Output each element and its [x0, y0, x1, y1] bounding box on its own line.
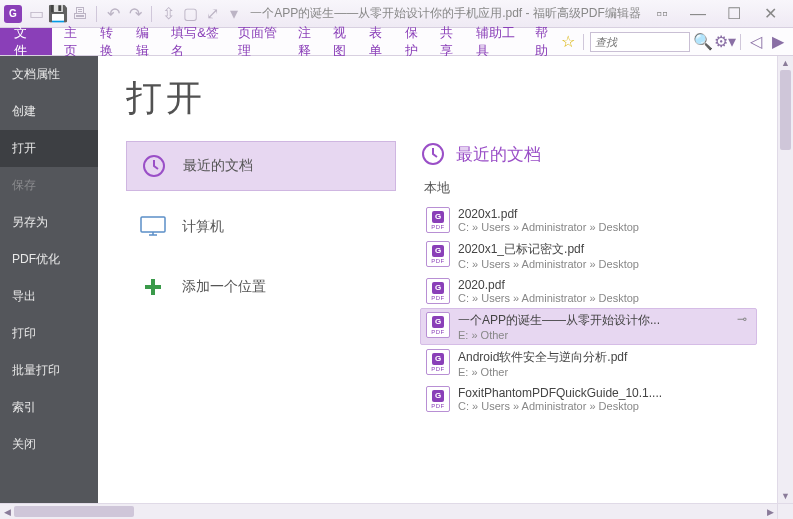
bookmark-icon[interactable]: ☆	[559, 33, 577, 51]
ribbon-toggle-icon[interactable]: ▫▫	[649, 5, 675, 23]
ribbon-tab[interactable]: 填写&签名	[171, 24, 226, 60]
recent-file-row[interactable]: GPDF 2020x1.pdf C: » Users » Administrat…	[420, 203, 757, 237]
scroll-icon[interactable]: ⇳	[160, 6, 176, 22]
file-name: 2020.pdf	[458, 278, 751, 292]
file-path: C: » Users » Administrator » Desktop	[458, 400, 751, 412]
search-input[interactable]	[595, 36, 685, 48]
recent-file-row[interactable]: GPDF FoxitPhantomPDFQuickGuide_10.1.... …	[420, 382, 757, 416]
recent-file-row[interactable]: GPDF 2020.pdf C: » Users » Administrator…	[420, 274, 757, 308]
zoom-icon[interactable]: ⤢	[204, 6, 220, 22]
undo-icon[interactable]: ↶	[105, 6, 121, 22]
pdf-icon: GPDF	[426, 312, 450, 338]
minimize-button[interactable]: —	[685, 5, 711, 23]
ribbon-tabs: 主页转换编辑填写&签名页面管理注释视图表单保护共享辅助工具帮助	[52, 28, 559, 55]
ribbon-tab[interactable]: 注释	[298, 24, 322, 60]
main-panel: 打开 最近的文档 计算机	[98, 56, 777, 503]
file-path: C: » Users » Administrator » Desktop	[458, 292, 751, 304]
file-name: 2020x1.pdf	[458, 207, 751, 221]
search-box[interactable]	[590, 32, 690, 52]
ribbon-tab[interactable]: 主页	[64, 24, 88, 60]
svg-rect-1	[141, 217, 165, 232]
file-path: E: » Other	[458, 329, 725, 341]
pdf-icon: GPDF	[426, 207, 450, 233]
sidebar-item[interactable]: 批量打印	[0, 352, 98, 389]
recent-file-row[interactable]: GPDF 一个APP的诞生——从零开始设计你... E: » Other ⊸	[420, 308, 757, 345]
scroll-left-icon[interactable]: ◀	[0, 504, 14, 519]
next-icon[interactable]: ▶	[769, 33, 787, 51]
source-add-place[interactable]: 添加一个位置	[126, 263, 396, 311]
recent-file-row[interactable]: GPDF 2020x1_已标记密文.pdf C: » Users » Admin…	[420, 237, 757, 274]
pdf-icon: GPDF	[426, 349, 450, 375]
ribbon-right: ☆ 🔍 ⚙▾ ◁ ▶	[559, 28, 793, 55]
ribbon-tab[interactable]: 视图	[333, 24, 357, 60]
local-subheading: 本地	[424, 179, 757, 197]
window-controls: ▫▫ — ☐ ✕	[649, 5, 789, 23]
ribbon-tab[interactable]: 编辑	[136, 24, 160, 60]
file-path: E: » Other	[458, 366, 751, 378]
redo-icon[interactable]: ↷	[127, 6, 143, 22]
app-icon: G	[4, 5, 22, 23]
scroll-thumb[interactable]	[14, 506, 134, 517]
prev-icon[interactable]: ◁	[747, 33, 765, 51]
recent-heading-label: 最近的文档	[456, 143, 541, 166]
gear-icon[interactable]: ⚙▾	[716, 33, 734, 51]
open-icon[interactable]: ▭	[28, 6, 44, 22]
file-meta: 2020.pdf C: » Users » Administrator » De…	[458, 278, 751, 304]
plus-icon	[138, 273, 168, 301]
sidebar-item[interactable]: 保存	[0, 167, 98, 204]
sidebar: 文档属性创建打开保存另存为PDF优化导出打印批量打印索引关闭	[0, 56, 98, 503]
sidebar-item[interactable]: 关闭	[0, 426, 98, 463]
recent-file-list: GPDF 2020x1.pdf C: » Users » Administrat…	[420, 203, 757, 416]
print-icon[interactable]: 🖶	[72, 6, 88, 22]
ribbon-tab[interactable]: 辅助工具	[476, 24, 523, 60]
separator	[583, 34, 584, 50]
source-add-label: 添加一个位置	[182, 278, 266, 296]
sidebar-item[interactable]: 打开	[0, 130, 98, 167]
pdf-icon: GPDF	[426, 241, 450, 267]
file-meta: 2020x1.pdf C: » Users » Administrator » …	[458, 207, 751, 233]
backstage: 文档属性创建打开保存另存为PDF优化导出打印批量打印索引关闭 打开 最近的文档 …	[0, 56, 777, 503]
ribbon-tab[interactable]: 保护	[405, 24, 429, 60]
sidebar-item[interactable]: 导出	[0, 278, 98, 315]
quick-access-toolbar: ▭ 💾 🖶 ↶ ↷ ⇳ ▢ ⤢ ▾	[28, 6, 242, 22]
separator	[96, 6, 97, 22]
file-path: C: » Users » Administrator » Desktop	[458, 221, 751, 233]
pin-icon[interactable]: ⊸	[733, 312, 751, 326]
vertical-scrollbar[interactable]: ▲ ▼	[777, 56, 793, 503]
sidebar-item[interactable]: 创建	[0, 93, 98, 130]
separator	[740, 34, 741, 50]
scroll-right-icon[interactable]: ▶	[763, 504, 777, 519]
recent-file-row[interactable]: GPDF Android软件安全与逆向分析.pdf E: » Other ⊸	[420, 345, 757, 382]
close-button[interactable]: ✕	[757, 5, 783, 23]
scroll-thumb[interactable]	[780, 70, 791, 150]
search-icon[interactable]: 🔍	[694, 33, 712, 51]
ribbon-tab[interactable]: 帮助	[535, 24, 559, 60]
ribbon-tab[interactable]: 页面管理	[238, 24, 285, 60]
source-computer[interactable]: 计算机	[126, 203, 396, 251]
scroll-down-icon[interactable]: ▼	[778, 489, 793, 503]
maximize-button[interactable]: ☐	[721, 5, 747, 23]
sidebar-item[interactable]: 打印	[0, 315, 98, 352]
ribbon-tab[interactable]: 转换	[100, 24, 124, 60]
file-name: Android软件安全与逆向分析.pdf	[458, 349, 751, 366]
file-meta: 2020x1_已标记密文.pdf C: » Users » Administra…	[458, 241, 751, 270]
ribbon-tab[interactable]: 表单	[369, 24, 393, 60]
computer-icon	[138, 213, 168, 241]
sidebar-item[interactable]: 另存为	[0, 204, 98, 241]
sidebar-item[interactable]: 索引	[0, 389, 98, 426]
ribbon-tab[interactable]: 共享	[440, 24, 464, 60]
dropdown-icon[interactable]: ▾	[226, 6, 242, 22]
source-recent-label: 最近的文档	[183, 157, 253, 175]
fit-icon[interactable]: ▢	[182, 6, 198, 22]
horizontal-scrollbar[interactable]: ◀ ▶	[0, 503, 777, 519]
source-recent[interactable]: 最近的文档	[126, 141, 396, 191]
sidebar-item[interactable]: 文档属性	[0, 56, 98, 93]
sidebar-item[interactable]: PDF优化	[0, 241, 98, 278]
save-icon[interactable]: 💾	[50, 6, 66, 22]
source-computer-label: 计算机	[182, 218, 224, 236]
file-name: 一个APP的诞生——从零开始设计你...	[458, 312, 725, 329]
scroll-up-icon[interactable]: ▲	[778, 56, 793, 70]
clock-icon	[139, 152, 169, 180]
file-tab[interactable]: 文件	[0, 28, 52, 55]
window-title: 一个APP的诞生——从零开始设计你的手机应用.pdf - 福昕高级PDF编辑器	[242, 5, 649, 22]
